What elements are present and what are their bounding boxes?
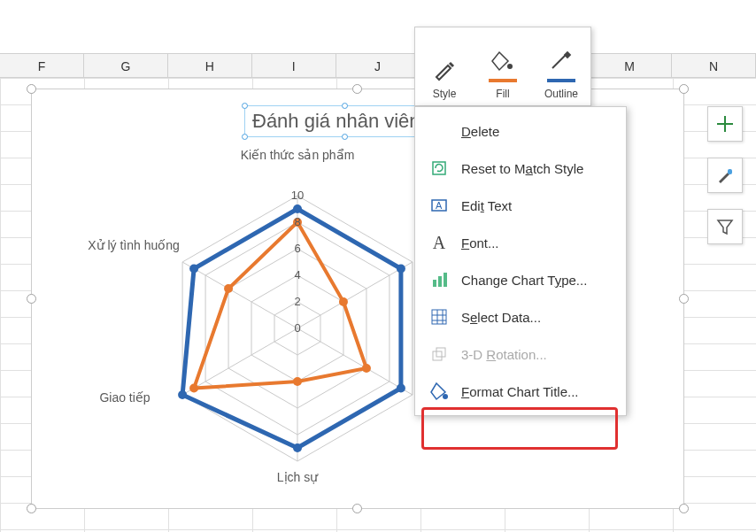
svg-point-16 (178, 390, 187, 399)
resize-handle[interactable] (27, 84, 36, 94)
resize-handle[interactable] (679, 504, 689, 513)
svg-rect-41 (444, 273, 447, 287)
svg-text:6: 6 (294, 242, 300, 255)
svg-point-14 (397, 384, 405, 393)
axis-label: Giao tiếp (85, 390, 165, 405)
svg-point-15 (293, 443, 302, 452)
axis-label: Lịch sự (262, 470, 333, 484)
rotation-icon (428, 344, 451, 364)
reset-icon (428, 158, 451, 178)
svg-rect-35 (564, 51, 571, 58)
style-label: Style (433, 88, 457, 100)
mini-toolbar: Style Fill Outline (414, 27, 591, 106)
plus-icon (715, 114, 735, 134)
menu-delete[interactable]: Delete (415, 112, 626, 150)
chart-title-text: Đánh giá nhân viên A (252, 110, 437, 132)
svg-text:0: 0 (294, 321, 300, 335)
svg-text:A: A (436, 200, 443, 211)
font-icon: A (428, 233, 451, 252)
select-data-icon (428, 307, 451, 327)
menu-edit-text[interactable]: A Edit Text (415, 187, 626, 224)
outline-label: Outline (544, 88, 578, 100)
svg-point-23 (189, 384, 198, 393)
resize-handle[interactable] (27, 504, 36, 513)
style-icon (428, 54, 460, 86)
menu-3d-rotation: 3-D Rotation... (415, 335, 626, 373)
svg-rect-48 (436, 348, 445, 357)
title-handle[interactable] (342, 134, 348, 140)
chart-filter-button[interactable] (707, 209, 743, 244)
svg-point-34 (507, 64, 513, 69)
svg-rect-33 (728, 169, 732, 174)
title-handle[interactable] (342, 103, 348, 109)
outline-button[interactable]: Outline (532, 27, 590, 105)
fill-label: Fill (496, 88, 509, 100)
chart-type-icon (428, 270, 451, 289)
col-header[interactable]: G (84, 54, 168, 77)
svg-line-10 (182, 262, 297, 328)
svg-rect-47 (433, 351, 442, 360)
format-icon (428, 382, 451, 401)
svg-point-20 (339, 297, 348, 306)
menu-font[interactable]: A Font... (415, 224, 626, 261)
brush-icon (715, 166, 735, 185)
menu-change-chart-type[interactable]: Change Chart Type... (415, 261, 626, 298)
fill-button[interactable]: Fill (474, 27, 532, 105)
menu-format-chart-title[interactable]: Format Chart Title... (415, 373, 626, 410)
col-header[interactable]: N (672, 54, 756, 77)
svg-text:8: 8 (294, 215, 300, 228)
chart-elements-button[interactable] (707, 106, 743, 142)
menu-reset[interactable]: Reset to Match Style (415, 150, 626, 187)
outline-icon (545, 45, 577, 77)
style-button[interactable]: Style (415, 27, 474, 105)
resize-handle[interactable] (679, 84, 689, 94)
svg-rect-39 (433, 280, 436, 287)
svg-point-17 (189, 265, 198, 274)
svg-point-13 (397, 265, 405, 274)
title-handle[interactable] (242, 134, 248, 140)
resize-handle[interactable] (27, 294, 36, 304)
axis-label: Xử lý tình huống (67, 238, 200, 252)
edit-text-icon: A (428, 196, 451, 215)
context-menu: Delete Reset to Match Style A Edit Text … (414, 106, 627, 416)
svg-text:4: 4 (294, 268, 300, 281)
svg-point-49 (443, 394, 448, 399)
svg-line-6 (297, 262, 413, 328)
col-header[interactable]: M (588, 54, 672, 77)
column-headers: F G H I J M N (0, 53, 756, 78)
svg-rect-42 (432, 310, 446, 324)
axis-label: Kiến thức sản phẩm (200, 148, 395, 162)
svg-point-24 (224, 284, 233, 293)
col-header[interactable]: H (168, 54, 252, 77)
title-handle[interactable] (242, 103, 248, 109)
col-header[interactable]: J (336, 54, 420, 77)
menu-select-data[interactable]: Select Data... (415, 298, 626, 335)
svg-rect-40 (438, 276, 442, 287)
svg-point-22 (293, 377, 302, 386)
svg-text:10: 10 (291, 189, 304, 202)
resize-handle[interactable] (352, 84, 362, 94)
funnel-icon (715, 217, 735, 236)
col-header[interactable]: F (0, 54, 84, 77)
svg-point-12 (293, 204, 302, 213)
resize-handle[interactable] (679, 294, 689, 304)
svg-point-21 (362, 364, 371, 373)
chart-styles-button[interactable] (707, 158, 743, 193)
col-header[interactable]: I (252, 54, 336, 77)
fill-icon (487, 45, 519, 77)
svg-text:2: 2 (294, 295, 300, 308)
